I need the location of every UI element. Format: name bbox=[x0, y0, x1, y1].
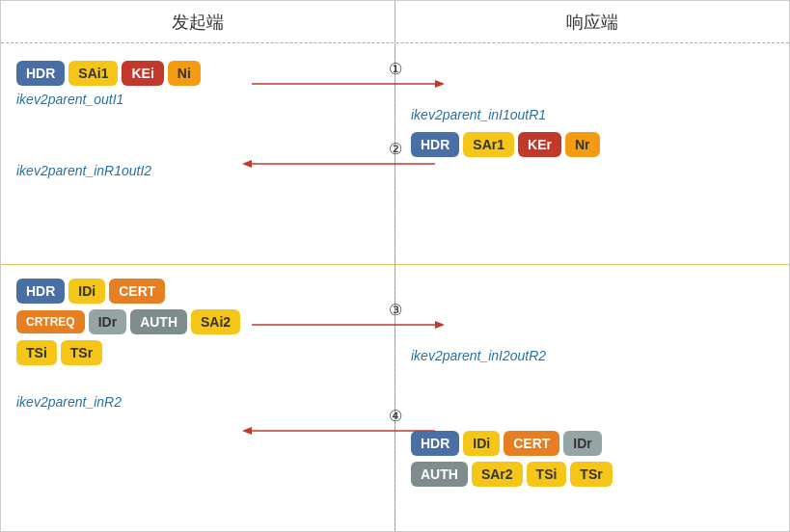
chip-cert-1: CERT bbox=[109, 279, 165, 304]
chip-tsr-1: TSr bbox=[61, 340, 102, 365]
chip-sai2: SAi2 bbox=[191, 309, 240, 334]
chip-ni: Ni bbox=[168, 61, 201, 86]
right-panel-bottom: ikev2parent_inI2outR2 HDR IDi CERT IDr A… bbox=[395, 265, 789, 532]
label-outI1: ikev2parent_outI1 bbox=[16, 92, 379, 107]
chip-cert-2: CERT bbox=[504, 431, 559, 456]
chip-idr-1: IDr bbox=[89, 309, 126, 334]
chip-idi-1: IDi bbox=[68, 279, 105, 304]
chip-tsr-2: TSr bbox=[570, 462, 612, 487]
left-panel-bottom: HDR IDi CERT CRTREQ IDr AUTH SAi2 TSi TS… bbox=[1, 265, 395, 532]
section2-right-row1: HDR IDi CERT IDr bbox=[411, 431, 774, 456]
chip-crtreq: CRTREQ bbox=[16, 310, 85, 333]
header-right: 响应端 bbox=[395, 1, 789, 42]
chip-hdr-4: HDR bbox=[411, 431, 459, 456]
chip-hdr-3: HDR bbox=[16, 279, 65, 304]
chip-tsi-2: TSi bbox=[527, 462, 567, 487]
section1-right-chips: HDR SAr1 KEr Nr bbox=[411, 132, 774, 157]
app-container: 发起端 响应端 ① ② ③ ④ bbox=[1, 1, 789, 532]
header-left: 发起端 bbox=[1, 1, 395, 42]
chip-sar1: SAr1 bbox=[463, 132, 514, 157]
header-row: 发起端 响应端 bbox=[1, 1, 789, 43]
left-panel-top: HDR SAi1 KEi Ni ikev2parent_outI1 ikev2p… bbox=[1, 43, 395, 264]
right-panel-top: ikev2parent_inI1outR1 HDR SAr1 KEr Nr bbox=[395, 43, 789, 264]
section2-left-row1: HDR IDi CERT bbox=[16, 279, 379, 304]
label-inR2: ikev2parent_inR2 bbox=[16, 394, 379, 410]
chip-idi-2: IDi bbox=[463, 431, 500, 456]
label-inI2outR2: ikev2parent_inI2outR2 bbox=[411, 348, 774, 363]
section2-left-row3: TSi TSr bbox=[16, 340, 379, 365]
section-top: HDR SAi1 KEi Ni ikev2parent_outI1 ikev2p… bbox=[1, 43, 789, 265]
chip-auth-2: AUTH bbox=[411, 462, 468, 487]
chip-kei: KEi bbox=[122, 61, 163, 86]
chip-sai1: SAi1 bbox=[68, 61, 118, 86]
chip-idr-2: IDr bbox=[563, 431, 601, 456]
section2-left-row2: CRTREQ IDr AUTH SAi2 bbox=[16, 309, 379, 334]
label-inI1outR1: ikev2parent_inI1outR1 bbox=[411, 107, 774, 122]
label-inR1outI2: ikev2parent_inR1outI2 bbox=[16, 163, 379, 178]
chip-sar2: SAr2 bbox=[472, 462, 523, 487]
section1-left-chips: HDR SAi1 KEi Ni bbox=[16, 61, 379, 86]
chip-hdr-2: HDR bbox=[411, 132, 459, 157]
chip-hdr-1: HDR bbox=[16, 61, 65, 86]
chip-nr: Nr bbox=[565, 132, 600, 157]
chip-ker: KEr bbox=[518, 132, 561, 157]
chip-auth-1: AUTH bbox=[130, 309, 187, 334]
main-area: ① ② ③ ④ HDR SAi1 KEi bbox=[1, 43, 789, 532]
chip-tsi-1: TSi bbox=[16, 340, 57, 365]
section2-right-row2: AUTH SAr2 TSi TSr bbox=[411, 462, 774, 487]
section-bottom: HDR IDi CERT CRTREQ IDr AUTH SAi2 TSi TS… bbox=[1, 265, 789, 532]
